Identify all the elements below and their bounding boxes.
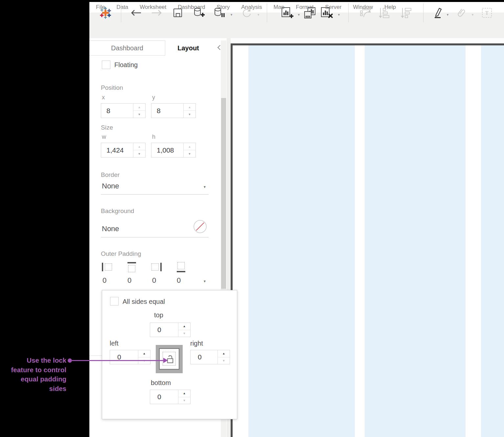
padding-lock-button[interactable] (156, 345, 183, 373)
padding-right-icon (151, 262, 162, 273)
position-x-input[interactable]: 8 (101, 104, 133, 118)
floating-label: Floating (114, 61, 138, 69)
size-w-input[interactable]: 1,424 (101, 143, 133, 157)
no-color-icon[interactable] (193, 220, 207, 235)
border-select-caret[interactable] (203, 183, 206, 189)
padding-left-value[interactable]: 0 (103, 276, 106, 285)
border-section-label: Border (101, 171, 120, 179)
left-input[interactable]: 0 (110, 350, 138, 364)
left-spinner: 0 (110, 350, 150, 364)
size-h-input[interactable]: 1,008 (151, 143, 183, 157)
canvas-margin-top (231, 38, 504, 43)
duplicate-sheet-button[interactable] (303, 0, 317, 26)
position-y-input[interactable]: 8 (151, 104, 183, 118)
size-h-label: h (152, 134, 155, 140)
format-workbook-caret (471, 11, 475, 15)
clear-sheet-button[interactable] (319, 0, 334, 26)
layout-zone-2[interactable] (365, 45, 466, 437)
size-w-spinner: 1,424 (101, 143, 146, 158)
padding-bottom-value[interactable]: 0 (177, 276, 181, 285)
spin-up-icon[interactable] (218, 350, 230, 357)
right-input[interactable]: 0 (191, 350, 218, 364)
panel-section-divider (89, 355, 102, 356)
spin-down-icon[interactable] (178, 330, 190, 337)
right-spinner: 0 (190, 350, 230, 364)
annotation-text: Use the lock feature to control equal pa… (0, 356, 66, 393)
padding-top-value[interactable]: 0 (127, 276, 131, 285)
layout-zone-3[interactable] (481, 45, 504, 437)
size-h-spinner: 1,008 (151, 143, 196, 158)
padding-top-icon (127, 262, 137, 273)
save-button[interactable] (172, 0, 184, 26)
spin-up-icon[interactable] (133, 104, 145, 111)
run-update-button (240, 0, 253, 26)
background-select-underline (101, 237, 209, 237)
tab-layout-label: Layout (177, 44, 199, 52)
all-sides-equal-label: All sides equal (123, 298, 165, 305)
spin-down-icon[interactable] (184, 150, 195, 157)
toolbar-separator (121, 3, 121, 22)
padding-right-value[interactable]: 0 (152, 276, 156, 285)
new-worksheet-button[interactable] (280, 0, 294, 26)
layout-zone-1[interactable] (248, 45, 355, 437)
spin-up-icon[interactable] (178, 390, 190, 397)
outer-padding-popup: All sides equal top 0 left 0 right 0 bot… (102, 290, 237, 419)
dashboard-canvas[interactable] (233, 45, 504, 437)
background-select-value[interactable]: None (102, 225, 119, 233)
spin-up-icon[interactable] (138, 350, 150, 357)
outer-padding-caret[interactable] (203, 278, 206, 284)
spin-down-icon[interactable] (184, 111, 195, 118)
top-input[interactable]: 0 (150, 323, 178, 337)
floating-checkbox[interactable] (102, 61, 110, 69)
position-section-label: Position (101, 84, 123, 91)
new-worksheet-caret[interactable] (297, 11, 301, 15)
show-captions-button: T (480, 0, 493, 26)
sort-descending-button (399, 0, 413, 26)
all-sides-equal-checkbox[interactable] (110, 297, 119, 305)
highlight-caret[interactable] (446, 11, 450, 15)
clear-sheet-caret[interactable] (337, 11, 341, 15)
left-label: left (110, 340, 119, 347)
spin-down-icon[interactable] (133, 150, 145, 157)
annotation-line: Use the lock (0, 356, 66, 365)
toolbar-separator (423, 3, 424, 22)
new-data-source-button[interactable] (192, 0, 206, 26)
tab-dashboard[interactable]: Dashboard (89, 40, 165, 56)
menu-data[interactable]: Data (116, 4, 128, 11)
spin-down-icon[interactable] (218, 357, 230, 364)
lock-button-face (159, 348, 179, 370)
spin-down-icon[interactable] (133, 111, 145, 118)
spin-up-icon[interactable] (133, 143, 145, 150)
outer-padding-section-label: Outer Padding (101, 250, 141, 257)
annotation-arrow-dot (68, 358, 72, 363)
pause-auto-updates-button[interactable] (212, 0, 226, 26)
pause-auto-updates-caret[interactable] (230, 11, 234, 15)
spin-up-icon[interactable] (178, 323, 190, 330)
run-update-caret (257, 11, 261, 15)
annotation-arrow-line (72, 360, 164, 361)
position-x-label: x (102, 94, 105, 101)
tab-layout[interactable]: Layout (165, 40, 211, 56)
forward-button (150, 0, 163, 26)
tableau-logo-icon (99, 0, 112, 26)
position-x-spinner: 8 (101, 103, 146, 118)
bottom-spinner: 0 (150, 390, 191, 404)
bottom-input[interactable]: 0 (150, 390, 178, 404)
annotation-line: equal padding (0, 375, 66, 384)
highlight-button[interactable] (431, 0, 444, 26)
toolbar-separator (267, 3, 267, 22)
panel-scrollbar-thumb[interactable] (221, 98, 226, 289)
swap-rows-columns-button (359, 0, 373, 26)
spin-up-icon[interactable] (184, 143, 195, 150)
position-y-spinner: 8 (151, 103, 196, 118)
spin-up-icon[interactable] (184, 104, 195, 111)
border-select-value[interactable]: None (102, 182, 119, 190)
border-select-underline (101, 194, 209, 195)
back-button[interactable] (130, 0, 142, 26)
spin-down-icon[interactable] (178, 397, 190, 404)
bottom-label: bottom (151, 379, 171, 387)
top-spinner: 0 (150, 323, 191, 337)
svg-text:T: T (485, 10, 489, 16)
padding-bottom-icon (176, 262, 187, 273)
tab-dashboard-label: Dashboard (111, 44, 143, 52)
